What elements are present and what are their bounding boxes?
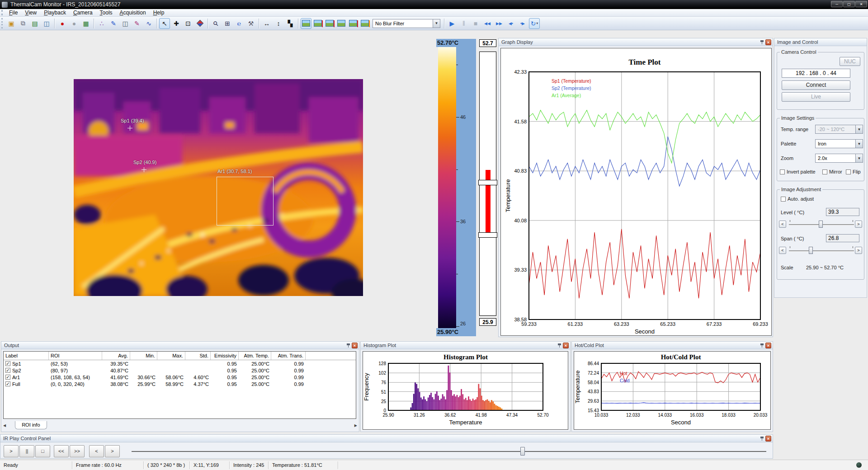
video-player-button[interactable]: ◫ xyxy=(120,18,131,29)
column-header[interactable]: Min. xyxy=(130,352,157,360)
scale-lower-handle[interactable] xyxy=(478,232,497,238)
column-header[interactable]: Max. xyxy=(157,352,185,360)
maximize-button[interactable]: ▢ xyxy=(843,1,855,7)
palette-select[interactable]: Iron▼ xyxy=(815,139,863,148)
zoom-select[interactable]: 2.0x▼ xyxy=(815,154,863,163)
tab-scroll-left-icon[interactable]: ◀ xyxy=(1,423,8,428)
tab-roi-info[interactable]: ROI info xyxy=(15,421,47,429)
chart-edit-button[interactable]: ✎ xyxy=(132,18,142,29)
settings-tools-button[interactable]: ⚒ xyxy=(245,18,256,29)
pin-icon[interactable] xyxy=(760,343,764,348)
table-row[interactable]: ✓Ar1(158, 108, 63, 54)41.69°C30.66°C58.0… xyxy=(4,374,356,381)
level-decrease-button[interactable]: < xyxy=(779,221,786,228)
add-spot-button[interactable]: ✚ xyxy=(171,18,182,29)
column-header[interactable]: Atm. Trans. xyxy=(271,352,306,360)
stop-button[interactable]: ■ xyxy=(470,18,481,29)
record-button[interactable]: ● xyxy=(57,18,68,29)
fast-forward-button[interactable]: ▶▶ xyxy=(494,18,505,29)
scale-max-value-box[interactable]: 52.7 xyxy=(479,39,496,47)
span-increase-button[interactable]: > xyxy=(855,247,862,254)
row-checkbox[interactable]: ✓ xyxy=(5,381,10,386)
zoom-tool-button[interactable]: ⚲ xyxy=(210,18,221,29)
ir-play-button[interactable]: > xyxy=(4,445,19,457)
table-row[interactable]: ✓Sp2(80, 97)40.87°C0.9525.00°C0.99 xyxy=(4,367,356,374)
level-slider[interactable] xyxy=(789,224,854,225)
span-slider-thumb[interactable] xyxy=(809,247,813,254)
display-mode-5-button[interactable] xyxy=(348,18,359,29)
menu-file[interactable]: File xyxy=(5,9,21,16)
step-back-button[interactable]: ◀• xyxy=(505,18,516,29)
spot-marker-icon[interactable] xyxy=(142,167,146,172)
select-cursor-button[interactable]: ↖ xyxy=(159,18,170,29)
invert-palette-checkbox[interactable]: Invert palette xyxy=(780,169,816,174)
frame-slider-track[interactable] xyxy=(132,451,766,452)
live-button[interactable]: Live xyxy=(782,92,850,102)
auto-adjust-checkbox[interactable]: Auto. adjust xyxy=(781,196,814,202)
ir-pause-button[interactable]: || xyxy=(19,445,34,457)
ir-stop-button[interactable]: □ xyxy=(35,445,50,457)
thermal-image[interactable]: Sp1 (39.4)Sp2 (40.9)Ar1 (30.7, 58.1) xyxy=(74,79,363,296)
fullscreen-button[interactable]: ▚ xyxy=(285,18,296,29)
scale-upper-handle[interactable] xyxy=(478,180,497,185)
add-area-button[interactable]: ⊡ xyxy=(183,18,193,29)
nuc-button[interactable]: NUC xyxy=(840,57,860,66)
menu-acquisition[interactable]: Acquisition xyxy=(116,9,150,16)
close-panel-icon[interactable]: × xyxy=(563,343,569,348)
menu-view[interactable]: View xyxy=(21,9,40,16)
rewind-button[interactable]: ◀◀ xyxy=(482,18,493,29)
span-input[interactable]: 26.8 xyxy=(826,234,859,242)
temp-range-select[interactable]: -20 ~ 120°C▼ xyxy=(815,125,863,134)
ir-rewind-button[interactable]: << xyxy=(54,445,69,457)
close-panel-icon[interactable]: × xyxy=(765,39,771,45)
clipboard-copy-button[interactable]: ⧉ xyxy=(18,18,28,29)
step-forward-button[interactable]: •▶ xyxy=(517,18,528,29)
isotherm-button[interactable] xyxy=(194,18,205,29)
display-mode-4-button[interactable] xyxy=(336,18,347,29)
table-row[interactable]: ✓Sp1(62, 53)39.35°C0.9525.00°C0.99 xyxy=(4,360,356,367)
open-file-button[interactable]: ▣ xyxy=(6,18,17,29)
column-header[interactable]: Label xyxy=(4,352,49,360)
fit-box-button[interactable]: ⊞ xyxy=(222,18,233,29)
display-mode-6-button[interactable] xyxy=(359,18,370,29)
mirror-checkbox[interactable]: Mirror xyxy=(822,169,842,174)
view-3d-button[interactable]: ℮ xyxy=(234,18,245,29)
display-mode-3-button[interactable] xyxy=(324,18,335,29)
column-header[interactable]: ROI xyxy=(49,352,102,360)
level-increase-button[interactable]: > xyxy=(855,221,862,228)
copy-image-button[interactable]: ◫ xyxy=(41,18,52,29)
scale-range-slider[interactable] xyxy=(479,52,496,316)
connect-button[interactable]: Connect xyxy=(782,80,850,90)
menu-help[interactable]: Help xyxy=(150,9,168,16)
waveform-button[interactable]: ∿ xyxy=(143,18,154,29)
scatter-plot-button[interactable]: ∴ xyxy=(96,18,107,29)
close-panel-icon[interactable]: × xyxy=(765,436,771,442)
level-input[interactable]: 39.3 xyxy=(826,208,859,216)
ir-step-forward-button[interactable]: > xyxy=(105,445,120,457)
column-header[interactable]: Emissivity xyxy=(211,352,239,360)
pin-icon[interactable] xyxy=(346,343,350,348)
pause-button[interactable]: ‖ xyxy=(458,18,469,29)
display-mode-2-button[interactable] xyxy=(312,18,323,29)
span-decrease-button[interactable]: < xyxy=(779,247,786,254)
pin-icon[interactable] xyxy=(760,40,764,45)
level-slider-thumb[interactable] xyxy=(819,221,823,228)
fit-height-button[interactable]: ↕ xyxy=(273,18,284,29)
row-checkbox[interactable]: ✓ xyxy=(5,368,10,373)
pin-icon[interactable] xyxy=(760,436,764,442)
tab-scroll-right-icon[interactable]: ▶ xyxy=(353,423,359,428)
scale-min-value-box[interactable]: 25.9 xyxy=(479,318,496,326)
column-header[interactable]: Atm. Temp. xyxy=(239,352,271,360)
row-checkbox[interactable]: ✓ xyxy=(5,375,10,380)
column-header[interactable]: Std. xyxy=(185,352,211,360)
spot-marker-icon[interactable] xyxy=(127,126,132,131)
close-button[interactable]: ✕ xyxy=(855,1,867,7)
flip-checkbox[interactable]: Flip xyxy=(846,169,861,174)
column-header[interactable]: Avg. xyxy=(102,352,130,360)
ir-fastforward-button[interactable]: >> xyxy=(70,445,85,457)
close-panel-icon[interactable]: × xyxy=(352,343,358,348)
fit-width-button[interactable]: ↔ xyxy=(261,18,272,29)
frame-slider-handle[interactable] xyxy=(520,447,525,456)
pin-icon[interactable] xyxy=(557,343,561,348)
camera-ip-field[interactable]: 192 . 168 . 0 . 44 xyxy=(782,69,850,78)
export-report-button[interactable]: ▤ xyxy=(29,18,40,29)
